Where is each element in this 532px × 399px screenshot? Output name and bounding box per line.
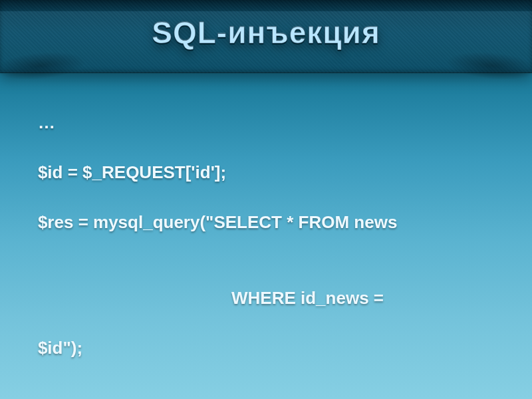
code-line-query-open: $res = mysql_query("SELECT * FROM news: [38, 212, 397, 232]
php-code-block: … $id = $_REQUEST['id']; $res = mysql_qu…: [19, 85, 513, 399]
slide-body: … $id = $_REQUEST['id']; $res = mysql_qu…: [0, 73, 532, 399]
code-line-where-part2: $id");: [38, 338, 82, 358]
code-line-where-part1: WHERE id_news =: [19, 286, 513, 311]
slide-title: SQL-инъекция: [0, 15, 532, 51]
code-line-id-assign: $id = $_REQUEST['id'];: [38, 162, 226, 182]
code-line-ellipsis-top: …: [38, 112, 55, 132]
slide-header: SQL-инъекция: [0, 0, 532, 73]
code-line-ellipsis-bottom: …: [38, 388, 55, 399]
